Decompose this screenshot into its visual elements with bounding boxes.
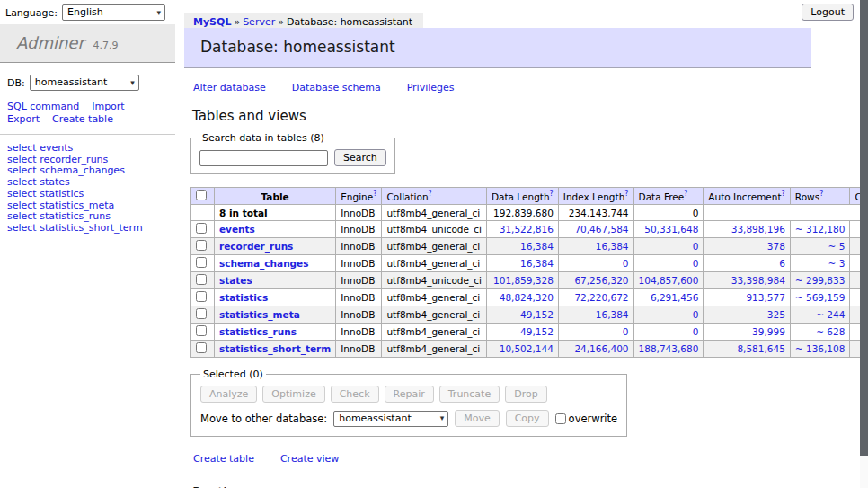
index-length-link[interactable]: 72,220,672: [563, 292, 629, 303]
column-header: Table: [215, 188, 336, 205]
move-button[interactable]: Move: [455, 410, 500, 427]
table-name-link[interactable]: states: [219, 275, 252, 286]
rows-link[interactable]: ~ 628: [795, 326, 846, 337]
data-length-link[interactable]: 16,384: [492, 241, 554, 252]
sidebar-select-table-link[interactable]: select events: [7, 143, 175, 155]
search-button[interactable]: Search: [334, 149, 386, 166]
overwrite-checkbox[interactable]: [555, 413, 566, 424]
database-action-link[interactable]: Privileges: [407, 82, 455, 93]
rows-link[interactable]: ~ 3: [795, 258, 846, 269]
selected-action-button[interactable]: Truncate: [439, 386, 500, 403]
copy-button[interactable]: Copy: [506, 410, 549, 427]
column-help-link[interactable]: ?: [819, 190, 823, 198]
data-free-link[interactable]: 0: [639, 241, 699, 252]
data-free-link[interactable]: 0: [639, 258, 699, 269]
data-free-link[interactable]: 0: [639, 326, 699, 337]
rows-link[interactable]: ~ 569,159: [795, 292, 846, 303]
column-help-link[interactable]: ?: [550, 190, 554, 198]
auto-increment-link[interactable]: 325: [708, 309, 785, 320]
create-link[interactable]: Create view: [280, 453, 339, 465]
index-length-link[interactable]: 24,166,400: [563, 343, 629, 354]
column-help-link[interactable]: ?: [373, 190, 376, 198]
sidebar-select-table-link[interactable]: select states: [7, 177, 175, 189]
create-link[interactable]: Create table: [193, 453, 254, 465]
selected-action-button[interactable]: Optimize: [262, 386, 324, 403]
column-help-link[interactable]: ?: [782, 190, 785, 198]
data-length-link[interactable]: 10,502,144: [492, 343, 554, 354]
index-length-link[interactable]: 70,467,584: [563, 224, 629, 235]
row-checkbox[interactable]: [196, 325, 207, 336]
table-name-link[interactable]: statistics: [219, 292, 268, 303]
data-free-link[interactable]: 188,743,680: [639, 343, 699, 354]
data-free-link[interactable]: 0: [639, 309, 699, 320]
auto-increment-link[interactable]: 33,898,196: [708, 224, 785, 235]
rows-link[interactable]: ~ 5: [795, 241, 846, 252]
row-checkbox[interactable]: [196, 291, 207, 302]
column-help-link[interactable]: ?: [684, 190, 687, 198]
data-length-link[interactable]: 49,152: [492, 309, 554, 320]
auto-increment-link[interactable]: 913,577: [708, 292, 785, 303]
breadcrumb-mysql-link[interactable]: MySQL: [193, 16, 231, 28]
index-length-cell: 24,166,400: [558, 341, 633, 358]
data-free-link[interactable]: 104,857,600: [639, 275, 699, 286]
index-length-link[interactable]: 0: [563, 326, 629, 337]
data-free-link[interactable]: 6,291,456: [639, 292, 699, 303]
sidebar-action-link[interactable]: Export: [7, 113, 40, 125]
auto-increment-link[interactable]: 378: [708, 241, 785, 252]
rows-link[interactable]: ~ 312,180: [795, 224, 846, 235]
index-length-link[interactable]: 16,384: [563, 241, 629, 252]
table-name-link[interactable]: statistics_short_term: [219, 343, 331, 354]
db-label: DB:: [7, 77, 25, 89]
rows-link[interactable]: ~ 244: [795, 309, 846, 320]
row-checkbox[interactable]: [196, 257, 207, 268]
index-length-link[interactable]: 0: [563, 258, 629, 269]
data-length-link[interactable]: 31,522,816: [492, 224, 554, 235]
rows-cell: ~ 136,108: [790, 341, 850, 358]
auto-increment-link[interactable]: 39,999: [708, 326, 785, 337]
auto-increment-link[interactable]: 33,398,984: [708, 275, 785, 286]
index-length-link[interactable]: 16,384: [563, 309, 629, 320]
row-checkbox[interactable]: [196, 240, 207, 251]
database-action-link[interactable]: Alter database: [193, 82, 266, 93]
table-name-link[interactable]: events: [219, 224, 255, 235]
table-name-cell: states: [215, 272, 336, 289]
sidebar-action-link[interactable]: Import: [92, 101, 125, 112]
selected-action-button[interactable]: Check: [331, 386, 379, 403]
row-checkbox[interactable]: [196, 223, 207, 234]
selected-action-button[interactable]: Drop: [505, 386, 546, 403]
table-name-link[interactable]: statistics_runs: [219, 326, 297, 337]
row-checkbox[interactable]: [196, 308, 207, 319]
sidebar-action-link[interactable]: Create table: [52, 113, 113, 125]
data-length-link[interactable]: 49,152: [492, 326, 554, 337]
index-length-link[interactable]: 67,256,320: [563, 275, 629, 286]
auto-increment-link[interactable]: 6: [708, 258, 785, 269]
table-name-link[interactable]: statistics_meta: [219, 309, 300, 320]
search-input[interactable]: [199, 150, 328, 166]
logout-button[interactable]: Logout: [802, 4, 854, 21]
row-checkbox[interactable]: [196, 274, 207, 285]
data-free-cell: 0: [633, 238, 704, 255]
data-length-link[interactable]: 16,384: [492, 258, 554, 269]
auto-increment-link[interactable]: 8,581,645: [708, 343, 785, 354]
row-checkbox[interactable]: [196, 342, 207, 353]
column-help-link[interactable]: ?: [429, 190, 432, 198]
sidebar-action-link[interactable]: SQL command: [7, 101, 79, 112]
data-length-link[interactable]: 48,824,320: [492, 292, 554, 303]
db-select[interactable]: homeassistant ▾: [30, 75, 139, 91]
scrollbar-thumb[interactable]: [860, 0, 868, 456]
database-action-link[interactable]: Database schema: [292, 82, 381, 93]
select-all-checkbox[interactable]: [196, 190, 207, 200]
column-help-link[interactable]: ?: [624, 190, 628, 198]
selected-action-button[interactable]: Analyze: [200, 386, 257, 403]
table-name-link[interactable]: recorder_runs: [219, 241, 293, 252]
breadcrumb-server-link[interactable]: Server: [243, 16, 275, 28]
table-name-link[interactable]: schema_changes: [219, 258, 309, 269]
move-database-select[interactable]: homeassistant ▾: [333, 411, 448, 427]
data-length-link[interactable]: 101,859,328: [492, 275, 554, 286]
rows-link[interactable]: ~ 299,833: [795, 275, 846, 286]
sidebar-select-table-link[interactable]: select statistics: [7, 189, 175, 200]
rows-link[interactable]: ~ 136,108: [795, 343, 846, 354]
data-free-link[interactable]: 50,331,648: [639, 224, 699, 235]
selected-action-button[interactable]: Repair: [385, 386, 434, 403]
sidebar-select-table-link[interactable]: select statistics_short_term: [7, 223, 175, 235]
